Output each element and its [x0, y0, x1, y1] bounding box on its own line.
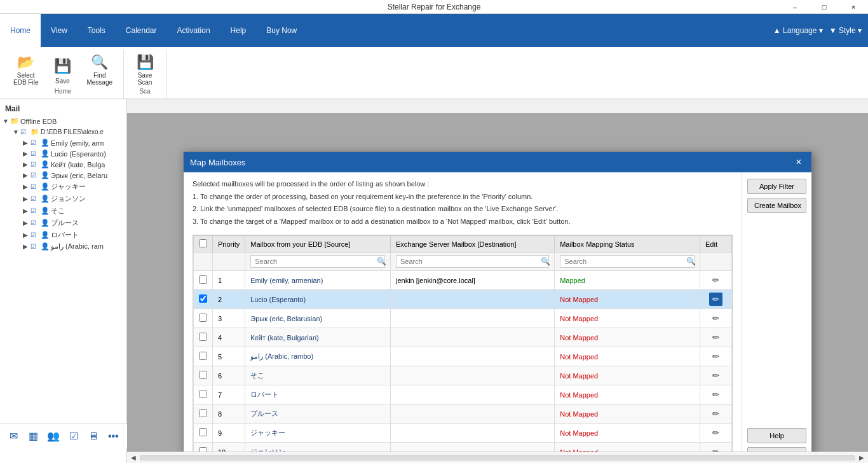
- mailbox-soko[interactable]: ▶ ☑ 👤 そこ: [20, 205, 126, 217]
- search-check-cell: [194, 252, 213, 271]
- row-checkbox[interactable]: [199, 333, 207, 341]
- mailbox-eryk[interactable]: ▶ ☑ 👤 Эрык (eric, Belaru: [20, 170, 126, 181]
- scroll-track[interactable]: [140, 455, 855, 460]
- row-destination: [391, 290, 555, 309]
- row-checkbox[interactable]: [199, 352, 207, 360]
- scroll-right-arrow[interactable]: ▶: [857, 454, 867, 461]
- apply-filter-button[interactable]: Apply Filter: [747, 179, 806, 194]
- row-priority: 8: [213, 404, 245, 424]
- row-edit-button[interactable]: ✏: [709, 350, 722, 363]
- row-checkbox[interactable]: [199, 409, 207, 417]
- mailbox-kate[interactable]: ▶ ☑ 👤 Кейт (kate, Bulga: [20, 159, 126, 170]
- mailbox-arabic[interactable]: ▶ ☑ 👤 رامو (Arabic, ram: [20, 241, 126, 252]
- scroll-left-arrow[interactable]: ◀: [128, 454, 139, 461]
- search-dest-input[interactable]: [396, 255, 549, 268]
- col-header-edit: Edit: [700, 236, 732, 252]
- row-edit-button[interactable]: ✏: [709, 293, 722, 306]
- row-edit-button[interactable]: ✏: [709, 312, 722, 325]
- search-status-input[interactable]: [560, 255, 695, 268]
- row-destination: [391, 366, 555, 385]
- row-destination: jenkin [jenkin@core.local]: [391, 271, 555, 290]
- row-edit-button[interactable]: ✏: [709, 426, 722, 439]
- mailbox-robert[interactable]: ▶ ☑ 👤 ロバート: [20, 229, 126, 241]
- close-button[interactable]: ×: [839, 0, 868, 14]
- dialog-info: Selected mailboxes will be processed in …: [193, 179, 733, 228]
- menu-bar: Home View Tools Calendar Activation Help…: [0, 14, 868, 47]
- row-checkbox[interactable]: [199, 371, 207, 379]
- menu-tab-activation[interactable]: Activation: [167, 14, 220, 47]
- dialog-overlay: Map Mailboxes × Selected mailboxes will …: [127, 113, 868, 463]
- mailbox-johnson[interactable]: ▶ ☑ 👤 ジョンソン: [20, 193, 126, 205]
- tree-root[interactable]: ▼ 📁 Offline EDB: [0, 116, 126, 127]
- title-bar: Stellar Repair for Exchange – □ ×: [0, 0, 868, 14]
- menu-tab-buy-now[interactable]: Buy Now: [256, 14, 307, 47]
- row-status: Not Mapped: [555, 309, 700, 328]
- select-edb-button[interactable]: 📂 SelectEDB File: [8, 52, 44, 88]
- maximize-button[interactable]: □: [810, 0, 839, 14]
- menu-tab-tools[interactable]: Tools: [78, 14, 116, 47]
- row-status: Not Mapped: [555, 424, 700, 443]
- search-status-icon: 🔍: [686, 257, 696, 266]
- tasks-nav-button[interactable]: ☑: [65, 427, 82, 445]
- language-selector[interactable]: ▲ Language ▾: [773, 26, 823, 35]
- menu-tab-home[interactable]: Home: [0, 14, 41, 47]
- style-selector[interactable]: ▼ Style ▾: [829, 26, 862, 35]
- menu-tab-help[interactable]: Help: [220, 14, 257, 47]
- horizontal-scrollbar[interactable]: ◀ ▶: [127, 452, 868, 463]
- save-scan-button[interactable]: 💾 SaveScan: [129, 52, 161, 88]
- mailbox-emily[interactable]: ▶ ☑ 👤 Emily (emily, arm: [20, 137, 126, 148]
- ribbon-group-scan: 💾 SaveScan Sca: [124, 50, 166, 99]
- info-line-2: 2. Link the 'unmapped' mailboxes of sele…: [193, 204, 733, 215]
- tree-edb-path[interactable]: ▼ ☑ 📁 D:\EDB FILES\alexo.e: [10, 127, 126, 137]
- row-checkbox[interactable]: [199, 428, 207, 436]
- mailbox-jackie[interactable]: ▶ ☑ 👤 ジャッキー: [20, 181, 126, 193]
- mailbox-lucio[interactable]: ▶ ☑ 👤 Lucio (Esperanto): [20, 148, 126, 159]
- notes-nav-button[interactable]: 🖥: [85, 427, 102, 445]
- row-edit-button[interactable]: ✏: [709, 273, 722, 287]
- edb-folder-icon: 📁: [31, 128, 39, 136]
- menu-tab-calendar[interactable]: Calendar: [116, 14, 167, 47]
- ribbon-group-home-label: Home: [55, 88, 72, 96]
- table-row: 7 ロバート Not Mapped ✏: [194, 385, 732, 404]
- row-edit-cell: ✏: [700, 290, 732, 309]
- row-source: Кейт (kate, Bulgarian): [245, 328, 391, 347]
- minimize-button[interactable]: –: [780, 0, 810, 14]
- find-message-label: FindMessage: [86, 72, 112, 86]
- row-edit-cell: ✏: [700, 424, 732, 443]
- mailbox-list: ▶ ☑ 👤 Emily (emily, arm ▶ ☑ 👤 Lucio (Esp…: [10, 137, 126, 252]
- row-edit-button[interactable]: ✏: [709, 407, 722, 420]
- dialog-body: Selected mailboxes will be processed in …: [184, 172, 811, 463]
- row-checkbox[interactable]: [199, 390, 207, 398]
- more-nav-button[interactable]: •••: [105, 427, 122, 445]
- row-checkbox[interactable]: [199, 314, 207, 322]
- find-message-button[interactable]: 🔍 FindMessage: [81, 52, 118, 88]
- tree-edb-check: ☑: [20, 128, 29, 135]
- table-row: 9 ジャッキー Not Mapped ✏: [194, 424, 732, 443]
- table-header-row: Priority Mailbox from your EDB [Source] …: [194, 236, 732, 252]
- dialog-sidebar: Apply Filter Create Mailbox Help Export: [742, 172, 811, 463]
- help-button[interactable]: Help: [747, 428, 806, 443]
- select-edb-label: SelectEDB File: [13, 72, 38, 86]
- calendar-nav-button[interactable]: ▦: [25, 427, 42, 445]
- create-mailbox-button[interactable]: Create Mailbox: [747, 198, 806, 213]
- table-row: 8 ブルース Not Mapped ✏: [194, 404, 732, 424]
- select-all-checkbox[interactable]: [199, 239, 207, 247]
- contacts-nav-button[interactable]: 👥: [45, 427, 62, 445]
- row-edit-button[interactable]: ✏: [709, 388, 722, 401]
- ribbon-group-home: 📂 SelectEDB File 💾 Save 🔍 FindMessage Ho…: [3, 50, 124, 99]
- dialog-close-button[interactable]: ×: [792, 156, 805, 169]
- col-header-destination: Exchange Server Mailbox [Destination]: [391, 236, 555, 252]
- table-row: 3 Эрык (eric, Belarusian) Not Mapped ✏: [194, 309, 732, 328]
- search-source-input[interactable]: [250, 255, 385, 268]
- row-edit-button[interactable]: ✏: [709, 331, 722, 344]
- menu-tab-view[interactable]: View: [41, 14, 78, 47]
- mail-nav-button[interactable]: ✉: [5, 427, 22, 445]
- row-checkbox[interactable]: [199, 275, 207, 284]
- mailbox-table-container: Priority Mailbox from your EDB [Source] …: [193, 235, 733, 462]
- row-checkbox[interactable]: [199, 294, 207, 303]
- ribbon: 📂 SelectEDB File 💾 Save 🔍 FindMessage Ho…: [0, 47, 868, 99]
- save-label: Save: [55, 78, 70, 85]
- row-edit-button[interactable]: ✏: [709, 369, 722, 382]
- save-button[interactable]: 💾 Save: [46, 52, 78, 88]
- mailbox-bruce[interactable]: ▶ ☑ 👤 ブルース: [20, 217, 126, 229]
